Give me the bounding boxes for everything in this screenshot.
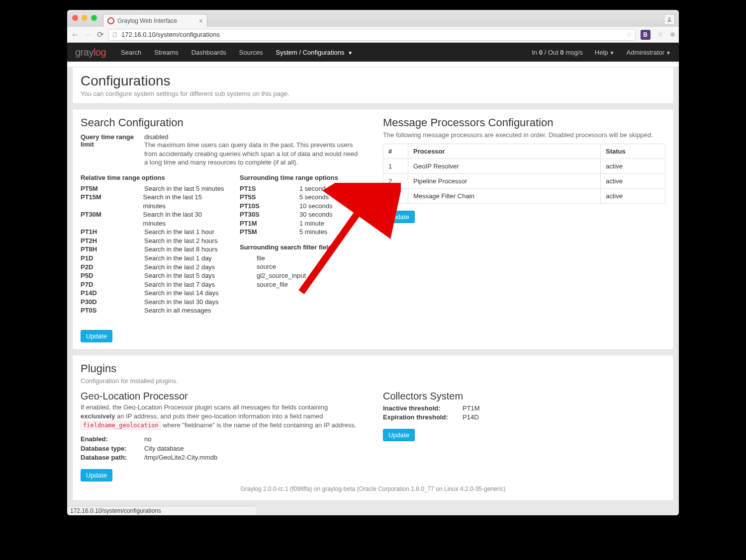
url-text: 172.16.0.10/system/configurations bbox=[121, 31, 220, 38]
nav-link-search[interactable]: Search bbox=[121, 49, 141, 56]
geo-update-button[interactable]: Update bbox=[81, 469, 112, 481]
relative-option: PT30MSearch in the last 30 minutes bbox=[81, 210, 225, 228]
url-bar[interactable]: 🗋 172.16.0.10/system/configurations ☆ bbox=[108, 29, 636, 41]
graylog-logo[interactable]: graylog bbox=[75, 47, 106, 58]
filter-field: source_file bbox=[257, 280, 338, 289]
relative-option: P2DSearch in the last 2 days bbox=[81, 263, 225, 272]
msg-proc-update-button[interactable]: Update bbox=[383, 211, 415, 223]
query-limit-value: disabled bbox=[144, 133, 363, 141]
user-menu[interactable]: Administrator▼ bbox=[627, 49, 671, 56]
relative-option: P5DSearch in the last 5 days bbox=[81, 271, 225, 280]
relative-option: P14DSearch in the last 14 days bbox=[81, 289, 225, 298]
geo-desc: If enabled, the Geo-Location Processor p… bbox=[81, 403, 363, 430]
app-navbar: graylog SearchStreamsDashboardsSourcesSy… bbox=[67, 43, 679, 62]
minimize-window-button[interactable] bbox=[82, 15, 88, 21]
footer-version: Graylog 2.0.0-rc.1 (f098ffa) on graylog-… bbox=[81, 481, 665, 493]
page-subtitle: You can configure system settings for di… bbox=[81, 90, 665, 97]
geo-dbpath-value: /tmp/GeoLite2-City.mmdb bbox=[144, 453, 217, 462]
filter-field: gl2_source_input bbox=[257, 271, 338, 280]
query-limit-label: Query time range limit bbox=[81, 133, 144, 167]
close-window-button[interactable] bbox=[72, 15, 78, 21]
expire-label: Expiration threshold: bbox=[383, 413, 463, 422]
geo-dbpath-label: Database path: bbox=[81, 453, 144, 462]
chrome-profile-button[interactable] bbox=[664, 14, 675, 25]
site-info-icon[interactable]: 🗋 bbox=[112, 31, 118, 38]
processor-row: 2Pipeline Processoractive bbox=[383, 174, 665, 189]
bootstrap-extension-icon[interactable]: B bbox=[641, 30, 651, 40]
browser-toolbar: ← → ⟳ 🗋 172.16.0.10/system/configuration… bbox=[67, 27, 679, 43]
relative-option: PT0SSearch in all messages bbox=[81, 306, 225, 315]
browser-tab-bar: Graylog Web Interface × bbox=[67, 10, 679, 27]
throughput-indicator: In 0 / Out 0 msg/s bbox=[532, 49, 583, 56]
collectors-heading: Collectors System bbox=[383, 391, 665, 402]
geo-heading: Geo-Location Processor bbox=[81, 391, 363, 402]
plugins-subtitle: Configuration for installed plugins. bbox=[81, 377, 665, 385]
processors-table: # Processor Status 1GeoIP Resolveractive… bbox=[383, 144, 665, 204]
geo-dbtype-value: City database bbox=[144, 444, 184, 453]
query-limit-desc: The maximum time users can query data in… bbox=[144, 141, 363, 167]
surrounding-option: PT5S5 seconds bbox=[240, 193, 338, 202]
window-traffic-lights bbox=[72, 15, 97, 21]
surrounding-option: PT10S10 seconds bbox=[240, 202, 338, 211]
svg-point-0 bbox=[668, 17, 670, 19]
relative-option: PT8HSearch in the last 8 hours bbox=[81, 245, 225, 254]
filter-field: file bbox=[257, 254, 338, 263]
inactive-label: Inactive threshold: bbox=[383, 404, 463, 413]
nav-link-streams[interactable]: Streams bbox=[154, 49, 178, 56]
msg-proc-desc: The following message processors are exe… bbox=[383, 131, 665, 139]
th-processor: Processor bbox=[408, 144, 601, 159]
processor-row: 1GeoIP Resolveractive bbox=[383, 159, 665, 174]
relative-option: P30DSearch in the last 30 days bbox=[81, 298, 225, 307]
inactive-value: PT1M bbox=[463, 404, 480, 413]
msg-proc-heading: Message Processors Configuration bbox=[383, 116, 665, 129]
browser-status-bar: 172.16.0.10/system/configurations bbox=[67, 506, 256, 515]
tab-close-icon[interactable]: × bbox=[199, 17, 203, 25]
relative-option: PT2HSearch in the last 2 hours bbox=[81, 237, 225, 245]
geo-enabled-label: Enabled: bbox=[81, 435, 144, 444]
tab-title: Graylog Web Interface bbox=[117, 17, 177, 24]
surrounding-head: Surrounding time range options bbox=[240, 174, 338, 181]
filter-head: Surrounding search filter fields bbox=[240, 243, 338, 251]
reload-button[interactable]: ⟳ bbox=[97, 30, 103, 39]
zoom-window-button[interactable] bbox=[91, 15, 97, 21]
favicon-icon bbox=[107, 17, 114, 24]
chrome-menu-icon[interactable]: ≡ bbox=[670, 30, 675, 39]
forward-button[interactable]: → bbox=[84, 30, 92, 39]
relative-option: PT15MSearch in the last 15 minutes bbox=[81, 193, 225, 210]
relative-option: PT5MSearch in the last 5 minutes bbox=[81, 184, 225, 193]
filter-field: source bbox=[257, 262, 338, 271]
surrounding-option: PT30S30 seconds bbox=[240, 210, 338, 219]
relative-option: P7DSearch in the last 7 days bbox=[81, 280, 225, 289]
plugins-heading: Plugins bbox=[81, 362, 665, 375]
nav-link-sources[interactable]: Sources bbox=[239, 49, 263, 56]
relative-head: Relative time range options bbox=[81, 174, 225, 181]
surrounding-option: PT1S1 second bbox=[240, 184, 338, 193]
geo-enabled-value: no bbox=[144, 435, 151, 444]
nav-link-dashboards[interactable]: Dashboards bbox=[191, 49, 226, 56]
processor-row: 3Message Filter Chainactive bbox=[383, 189, 665, 204]
search-config-heading: Search Configuration bbox=[81, 116, 363, 129]
th-status: Status bbox=[601, 144, 665, 159]
surrounding-option: PT1M1 minute bbox=[240, 219, 338, 228]
relative-option: PT1HSearch in the last 1 hour bbox=[81, 228, 225, 237]
bookmark-star-icon[interactable]: ☆ bbox=[626, 31, 632, 38]
surrounding-option: PT5M5 minutes bbox=[240, 228, 338, 237]
search-config-update-button[interactable]: Update bbox=[81, 330, 112, 342]
th-num: # bbox=[383, 144, 408, 159]
collectors-update-button[interactable]: Update bbox=[383, 429, 415, 441]
page-header: Configurations You can configure system … bbox=[72, 67, 674, 104]
relative-option: P1DSearch in the last 1 day bbox=[81, 254, 225, 263]
react-extension-icon[interactable]: ⚛ bbox=[655, 30, 665, 40]
nav-link-system-configurations[interactable]: System / Configurations ▼ bbox=[276, 49, 353, 56]
help-menu[interactable]: Help▼ bbox=[595, 49, 615, 56]
browser-tab[interactable]: Graylog Web Interface × bbox=[103, 14, 207, 27]
expire-value: P14D bbox=[463, 413, 479, 422]
page-title: Configurations bbox=[81, 73, 665, 89]
back-button[interactable]: ← bbox=[71, 30, 79, 39]
geo-dbtype-label: Database type: bbox=[81, 444, 144, 453]
